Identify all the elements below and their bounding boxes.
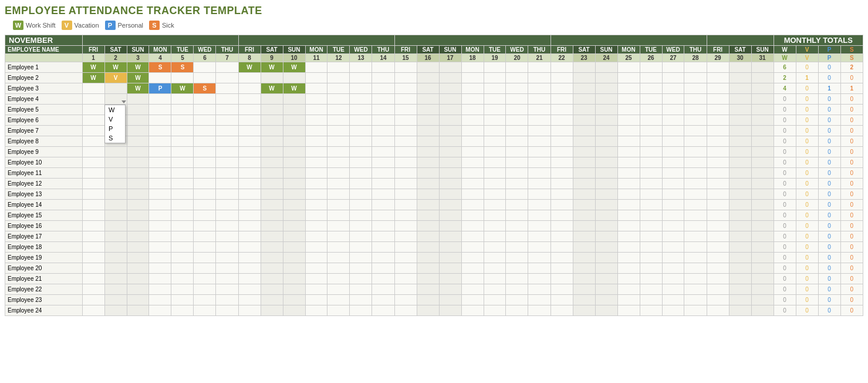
attendance-cell-day-7[interactable] [216,274,238,284]
attendance-cell-day-29[interactable] [707,242,729,253]
attendance-cell-day-19[interactable] [484,200,506,210]
attendance-cell-day-1[interactable] [82,157,104,168]
attendance-cell-day-30[interactable] [729,147,751,157]
attendance-cell-day-18[interactable] [461,231,484,242]
attendance-cell-day-16[interactable] [417,210,439,221]
attendance-cell-day-24[interactable] [595,210,617,221]
attendance-cell-day-12[interactable] [327,83,350,94]
attendance-cell-day-25[interactable] [617,274,640,284]
attendance-cell-day-6[interactable] [194,157,216,168]
attendance-cell-day-15[interactable] [394,105,417,115]
attendance-cell-day-13[interactable] [350,157,372,168]
attendance-cell-day-16[interactable] [417,168,439,179]
attendance-cell-day-16[interactable] [417,231,439,242]
attendance-cell-day-5[interactable] [171,263,194,274]
attendance-cell-day-29[interactable] [707,221,729,231]
attendance-cell-day-26[interactable] [640,231,662,242]
attendance-cell-day-15[interactable] [394,189,417,200]
attendance-cell-day-7[interactable] [216,136,238,147]
attendance-cell-day-30[interactable] [729,94,751,105]
attendance-cell-day-30[interactable] [729,242,751,253]
attendance-cell-day-20[interactable] [506,284,528,295]
attendance-cell-day-14[interactable] [372,200,394,210]
attendance-cell-day-17[interactable] [439,221,461,231]
attendance-cell-day-16[interactable] [417,73,439,83]
attendance-cell-day-21[interactable] [528,263,550,274]
attendance-cell-day-3[interactable]: W [127,73,149,83]
attendance-cell-day-29[interactable] [707,253,729,263]
attendance-cell-day-13[interactable] [350,284,372,295]
attendance-cell-day-16[interactable] [417,94,439,105]
attendance-cell-day-12[interactable] [327,263,350,274]
attendance-cell-day-24[interactable] [595,305,617,316]
attendance-cell-day-6[interactable] [194,242,216,253]
attendance-cell-day-1[interactable] [82,253,104,263]
attendance-cell-day-31[interactable] [751,168,774,179]
attendance-cell-day-5[interactable]: S [171,62,194,73]
attendance-cell-day-2[interactable] [104,157,127,168]
attendance-cell-day-22[interactable] [550,221,573,231]
attendance-cell-day-7[interactable] [216,242,238,253]
attendance-cell-day-10[interactable] [283,253,305,263]
attendance-cell-day-24[interactable] [595,105,617,115]
attendance-cell-day-5[interactable] [171,231,194,242]
attendance-cell-day-30[interactable] [729,253,751,263]
attendance-cell-day-8[interactable] [238,263,261,274]
attendance-cell-day-24[interactable] [595,73,617,83]
attendance-cell-day-25[interactable] [617,73,640,83]
attendance-cell-day-2[interactable] [104,305,127,316]
attendance-cell-day-10[interactable] [283,94,305,105]
attendance-cell-day-19[interactable] [484,263,506,274]
attendance-cell-day-4[interactable]: S [149,62,171,73]
attendance-cell-day-8[interactable] [238,157,261,168]
attendance-cell-day-28[interactable] [684,157,707,168]
attendance-cell-day-1[interactable] [82,94,104,105]
attendance-cell-day-23[interactable] [573,200,595,210]
attendance-cell-day-9[interactable] [261,221,283,231]
attendance-cell-day-3[interactable] [127,305,149,316]
attendance-cell-day-29[interactable] [707,62,729,73]
attendance-cell-day-14[interactable] [372,189,394,200]
attendance-cell-day-20[interactable] [506,295,528,305]
attendance-cell-day-7[interactable] [216,168,238,179]
attendance-cell-day-29[interactable] [707,305,729,316]
attendance-cell-day-19[interactable] [484,136,506,147]
attendance-cell-day-31[interactable] [751,231,774,242]
attendance-cell-day-30[interactable] [729,157,751,168]
attendance-cell-day-10[interactable] [283,221,305,231]
attendance-cell-day-5[interactable] [171,274,194,284]
attendance-cell-day-23[interactable] [573,126,595,136]
attendance-cell-day-2[interactable] [104,189,127,200]
attendance-cell-day-20[interactable] [506,253,528,263]
attendance-cell-day-3[interactable] [127,94,149,105]
attendance-cell-day-25[interactable] [617,305,640,316]
attendance-cell-day-1[interactable]: W [82,73,104,83]
attendance-cell-day-9[interactable] [261,274,283,284]
attendance-cell-day-20[interactable] [506,189,528,200]
attendance-cell-day-29[interactable] [707,157,729,168]
attendance-cell-day-30[interactable] [729,105,751,115]
attendance-cell-day-6[interactable] [194,179,216,189]
attendance-cell-day-11[interactable] [305,305,327,316]
attendance-cell-day-12[interactable] [327,231,350,242]
attendance-cell-day-12[interactable] [327,221,350,231]
attendance-cell-day-27[interactable] [662,263,684,274]
attendance-cell-day-25[interactable] [617,284,640,295]
attendance-cell-day-22[interactable] [550,168,573,179]
attendance-cell-day-6[interactable] [194,105,216,115]
attendance-cell-day-7[interactable] [216,305,238,316]
attendance-cell-day-13[interactable] [350,210,372,221]
attendance-cell-day-1[interactable] [82,305,104,316]
attendance-cell-day-19[interactable] [484,147,506,157]
attendance-cell-day-29[interactable] [707,263,729,274]
attendance-cell-day-12[interactable] [327,253,350,263]
attendance-cell-day-27[interactable] [662,83,684,94]
attendance-cell-day-3[interactable] [127,274,149,284]
attendance-cell-day-22[interactable] [550,179,573,189]
attendance-cell-day-19[interactable] [484,210,506,221]
attendance-cell-day-4[interactable] [149,168,171,179]
attendance-cell-day-1[interactable] [82,221,104,231]
attendance-cell-day-17[interactable] [439,210,461,221]
attendance-cell-day-3[interactable] [127,210,149,221]
attendance-cell-day-12[interactable] [327,126,350,136]
